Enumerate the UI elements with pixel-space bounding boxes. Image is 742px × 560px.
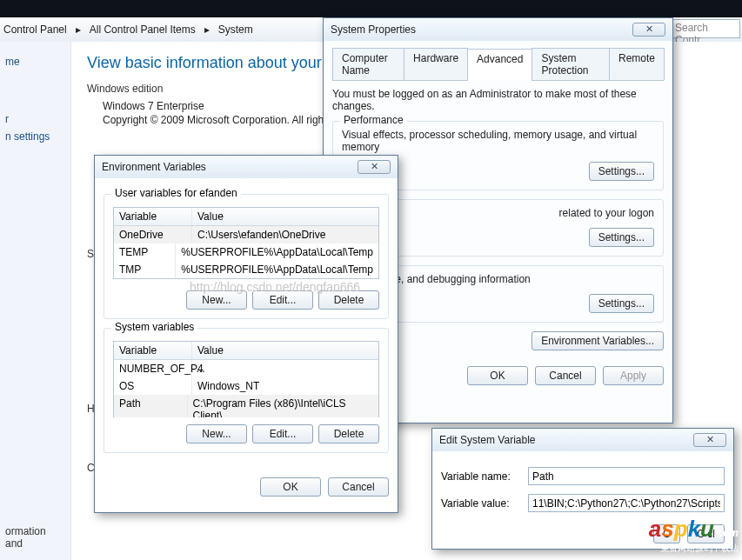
column-header[interactable]: Variable bbox=[114, 208, 192, 225]
column-header[interactable]: Value bbox=[192, 208, 229, 225]
sidebar-item[interactable]: n settings bbox=[5, 130, 65, 143]
variable-value-input[interactable] bbox=[528, 494, 725, 512]
ok-button[interactable]: OK bbox=[260, 477, 321, 497]
column-header[interactable]: Variable bbox=[114, 342, 192, 359]
cancel-button[interactable]: Cancel bbox=[328, 477, 389, 497]
close-icon[interactable]: ✕ bbox=[358, 160, 391, 174]
related-label: ormation and bbox=[5, 525, 65, 550]
table-row[interactable]: OneDriveC:\Users\efanden\OneDrive bbox=[114, 226, 378, 243]
column-header[interactable]: Value bbox=[192, 342, 229, 359]
variable-value-label: Variable value: bbox=[441, 497, 528, 510]
tab-remote[interactable]: Remote bbox=[609, 48, 665, 80]
variable-name-label: Variable name: bbox=[441, 470, 528, 483]
user-edit-button[interactable]: Edit... bbox=[252, 290, 313, 310]
search-input[interactable]: Search Contr bbox=[671, 19, 740, 38]
system-variables-table[interactable]: VariableValue NUMBER_OF_P...4 OSWindows_… bbox=[113, 341, 379, 417]
logo: aspku.com 免费网站源码下载站 bbox=[649, 516, 739, 555]
tab-hardware[interactable]: Hardware bbox=[404, 48, 468, 80]
sys-edit-button[interactable]: Edit... bbox=[252, 424, 313, 443]
table-row[interactable]: PathC:\Program Files (x86)\Intel\iCLS Cl… bbox=[114, 395, 378, 417]
group-title: Performance bbox=[340, 114, 407, 126]
user-delete-button[interactable]: Delete bbox=[318, 290, 379, 310]
tab-system-protection[interactable]: System Protection bbox=[531, 48, 610, 80]
group-desc: Visual effects, processor scheduling, me… bbox=[342, 129, 654, 153]
sidebar: me r n settings ormation and bbox=[0, 42, 71, 560]
tab-computer-name[interactable]: Computer Name bbox=[332, 48, 404, 80]
ok-button[interactable]: OK bbox=[467, 366, 528, 385]
cancel-button[interactable]: Cancel bbox=[535, 366, 596, 385]
performance-settings-button[interactable]: Settings... bbox=[589, 162, 654, 181]
close-icon[interactable]: ✕ bbox=[632, 23, 665, 37]
table-row[interactable]: NUMBER_OF_P...4 bbox=[114, 360, 378, 377]
sys-new-button[interactable]: New... bbox=[186, 424, 247, 443]
group-title: User variables for efanden bbox=[111, 187, 241, 199]
tab-advanced[interactable]: Advanced bbox=[467, 49, 532, 81]
chevron-right-icon: ▸ bbox=[70, 23, 86, 36]
environment-variables-button[interactable]: Environment Variables... bbox=[531, 331, 664, 350]
startup-recovery-settings-button[interactable]: Settings... bbox=[589, 294, 654, 313]
variable-name-input[interactable] bbox=[528, 467, 725, 485]
dialog-title: Environment Variables bbox=[102, 161, 206, 173]
user-new-button[interactable]: New... bbox=[186, 290, 247, 310]
environment-variables-dialog: Environment Variables ✕ User variables f… bbox=[94, 155, 398, 513]
chevron-right-icon: ▸ bbox=[199, 23, 215, 36]
breadcrumb-item[interactable]: System bbox=[218, 23, 253, 36]
apply-button[interactable]: Apply bbox=[603, 366, 664, 385]
table-row[interactable]: TEMP%USERPROFILE%\AppData\Local\Temp bbox=[114, 243, 378, 261]
sys-delete-button[interactable]: Delete bbox=[318, 424, 379, 443]
group-title: System variables bbox=[111, 321, 197, 333]
close-icon[interactable]: ✕ bbox=[693, 433, 726, 447]
sidebar-item[interactable]: me bbox=[5, 56, 65, 68]
table-row[interactable]: OSWindows_NT bbox=[114, 377, 378, 395]
breadcrumb-item[interactable]: Control Panel bbox=[3, 23, 67, 36]
user-profiles-settings-button[interactable]: Settings... bbox=[589, 228, 654, 247]
sidebar-item[interactable]: r bbox=[5, 113, 65, 125]
user-variables-table[interactable]: VariableValue OneDriveC:\Users\efanden\O… bbox=[113, 207, 379, 279]
dialog-title: Edit System Variable bbox=[439, 434, 536, 446]
table-row[interactable]: TMP%USERPROFILE%\AppData\Local\Temp bbox=[114, 261, 378, 278]
dialog-title: System Properties bbox=[331, 23, 416, 36]
admin-note: You must be logged on as an Administrato… bbox=[332, 88, 664, 112]
breadcrumb-item[interactable]: All Control Panel Items bbox=[90, 23, 196, 36]
